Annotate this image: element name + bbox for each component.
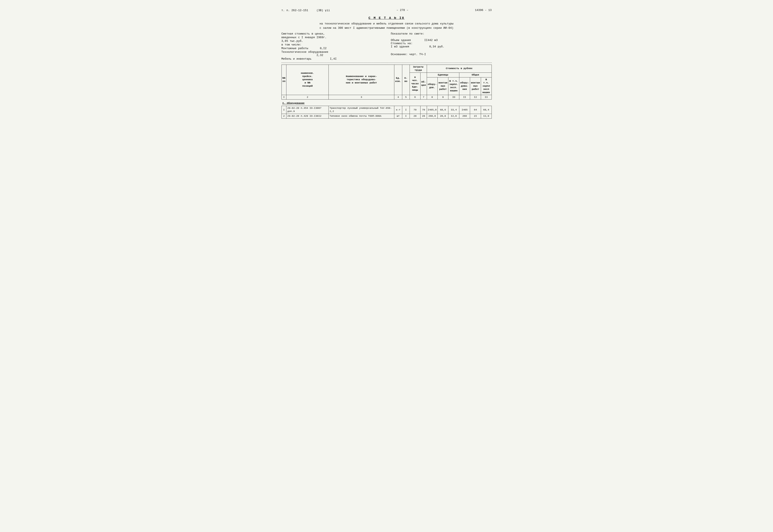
cost-item-0: Монтажные работы 0,I2 bbox=[281, 47, 382, 50]
th-labor: Затратытруда bbox=[410, 65, 427, 73]
th-unit-wage: В т.ч.зарпл.эксп.машин bbox=[448, 77, 459, 95]
cn-4: 4 bbox=[394, 95, 402, 100]
ind-value-0: II442 м3 bbox=[424, 39, 438, 42]
info-block: Сметная стоимость в ценах, введенных с I… bbox=[281, 32, 492, 61]
page-header: т. п. 262–12–151 (ЗВ) үіі – 278 – 14396 … bbox=[281, 9, 492, 12]
th-totals: Общая bbox=[459, 73, 492, 77]
col-header-row-1: №№пп наименов.прейсн.ценникаи №№позиций … bbox=[281, 65, 492, 73]
row1-cost-unit-equip: I465,0 bbox=[427, 106, 437, 114]
row2-labor-unit: 28 bbox=[410, 114, 421, 119]
row2-unit: шт bbox=[394, 114, 402, 119]
header-left: т. п. 262–12–151 (ЗВ) үіі bbox=[281, 9, 330, 12]
separator-1 bbox=[281, 63, 492, 63]
cost-label-0: Монтажные работы bbox=[281, 47, 308, 50]
table-row: 2 29-02-20 п.429 IO-I38I2 Типовое окно о… bbox=[281, 114, 492, 119]
cn-12: I2 bbox=[470, 95, 481, 100]
row1-cost-total-mount: 64 bbox=[470, 106, 481, 114]
row2-name: Типовое окно обмена почты ТООП-800А bbox=[329, 114, 394, 119]
cn-9: 9 bbox=[437, 95, 448, 100]
indicator-1: Стоимость на: bbox=[391, 42, 492, 45]
subtitle: на технологическое оборудование и мебель… bbox=[281, 22, 492, 30]
cost-value-2: I,4I bbox=[330, 57, 337, 60]
cost-title-1: Сметная стоимость в ценах, bbox=[281, 32, 382, 35]
row2-labor-total: 28 bbox=[420, 114, 427, 119]
row2-cost-total-mount: 2I bbox=[470, 114, 481, 119]
cost-item-2: Мебель и инвентарь I,4I bbox=[281, 57, 382, 60]
th-units: Единицы bbox=[427, 73, 459, 77]
row2-cost-unit-equip: 260,0 bbox=[427, 114, 437, 119]
foundation-line: Основание: черт. ТЧ-I bbox=[391, 53, 492, 56]
row1-labor-unit: 70 bbox=[410, 106, 421, 114]
main-title: С М Е Т А № I8 bbox=[368, 16, 404, 20]
header-right: 14396 - 13 bbox=[475, 9, 492, 12]
cost-title-2: введенных с I января I969г. bbox=[281, 36, 382, 39]
cn-10: IO bbox=[448, 95, 459, 100]
header-center: – 278 – bbox=[396, 9, 408, 12]
doc-number: 14396 - 13 bbox=[475, 9, 492, 12]
th-unit-equip: обору-дов. bbox=[427, 77, 437, 95]
row2-cost-total-wage: I2,0 bbox=[481, 114, 492, 119]
row1-unit: к-т bbox=[394, 106, 402, 114]
ind-label-2: I м3 здания bbox=[391, 45, 409, 48]
th-total-equip: обору-дова-ния bbox=[459, 77, 470, 95]
ind-value-2: 0,34 руб. bbox=[429, 45, 444, 48]
col-numbers-row: I 2 3 4 5 6 7 8 9 IO II I2 I3 bbox=[281, 95, 492, 100]
title-section: С М Е Т А № I8 на технологическое оборуд… bbox=[281, 16, 492, 30]
subtitle-line2: с залом на 300 мест I административными … bbox=[281, 26, 492, 30]
cn-7: 7 bbox=[420, 95, 427, 100]
cn-8: 8 bbox=[427, 95, 437, 100]
doc-code: т. п. 262–12–151 bbox=[281, 9, 308, 12]
row1-code: 29-02-20 п.454 IO-I3007 доп.9 bbox=[286, 106, 329, 114]
row1-cost-unit-mount: 68,6 bbox=[437, 106, 448, 114]
cn-5: 5 bbox=[402, 95, 410, 100]
indicator-2: I м3 здания 0,34 руб. bbox=[391, 45, 492, 48]
th-code: наименов.прейсн.ценникаи №№позиций bbox=[286, 65, 329, 95]
cn-1: I bbox=[281, 95, 286, 100]
cn-13: I3 bbox=[481, 95, 492, 100]
cn-2: 2 bbox=[286, 95, 329, 100]
ind-label-0: Объем здания bbox=[391, 39, 411, 42]
row1-qty: I bbox=[402, 106, 410, 114]
indicators-block: Показатели по смете: Объем здания II442 … bbox=[391, 32, 492, 61]
main-table: №№пп наименов.прейсн.ценникаи №№позиций … bbox=[281, 65, 492, 119]
th-labor-total: Об-щая bbox=[420, 73, 427, 95]
doc-series: (ЗВ) үіі bbox=[316, 9, 330, 12]
indicators-title: Показатели по смете: bbox=[391, 32, 492, 35]
th-name: Наименование и харак-теристика оборудова… bbox=[329, 65, 394, 95]
row2-code: 29-02-20 п.429 IO-I38I2 bbox=[286, 114, 329, 119]
th-unit: Ед.изм. bbox=[394, 65, 402, 95]
cn-11: II bbox=[459, 95, 470, 100]
th-unit-mount: монтажныхработ bbox=[437, 77, 448, 95]
th-qty: К-во bbox=[402, 65, 410, 95]
cost-total: 3,85 тыс.руб. bbox=[281, 39, 382, 43]
row1-name: Транспортер луковый универсальный ТАУ-65… bbox=[329, 106, 394, 114]
row1-labor-total: 70 bbox=[420, 106, 427, 114]
row1-cost-total-wage: 68,4 bbox=[481, 106, 492, 114]
row1-cost-total-equip: I465 bbox=[459, 106, 470, 114]
row2-cost-unit-wage: I2,0 bbox=[448, 114, 459, 119]
table-row: I 29-02-20 п.454 IO-I3007 доп.9 Транспор… bbox=[281, 106, 492, 114]
th-labor-unit: в чел.часахЕди-ницы bbox=[410, 73, 421, 95]
th-total-wage: В т.ч.зарплэкспмашин bbox=[481, 77, 492, 95]
cost-item-1: Технологическое оборудование 2,32 bbox=[281, 50, 382, 57]
row1-num: I bbox=[281, 106, 286, 114]
cost-label-1: Технологическое оборудование bbox=[281, 50, 328, 54]
row1-cost-unit-wage: 33,4 bbox=[448, 106, 459, 114]
page-number: – 278 – bbox=[396, 9, 408, 12]
th-total-mount: монтажныхработ bbox=[470, 77, 481, 95]
cn-6: 6 bbox=[410, 95, 421, 100]
section-header-equipment: I. Оборудование bbox=[281, 100, 492, 106]
th-num: №№пп bbox=[281, 65, 286, 95]
row2-qty: I bbox=[402, 114, 410, 119]
indicator-0: Объем здания II442 м3 bbox=[391, 39, 492, 42]
cost-value-0: 0,I2 bbox=[320, 47, 327, 50]
cost-including: в том числе: bbox=[281, 43, 382, 46]
ind-label-1: Стоимость на: bbox=[391, 42, 413, 45]
cost-label-2: Мебель и инвентарь bbox=[281, 57, 312, 60]
section-title: I. Оборудование bbox=[281, 100, 492, 106]
cn-3: 3 bbox=[329, 95, 394, 100]
cost-block: Сметная стоимость в ценах, введенных с I… bbox=[281, 32, 382, 61]
subtitle-line1: на технологическое оборудование и мебель… bbox=[281, 22, 492, 26]
th-cost: Стоимость в рублях bbox=[427, 65, 492, 73]
row2-num: 2 bbox=[281, 114, 286, 119]
